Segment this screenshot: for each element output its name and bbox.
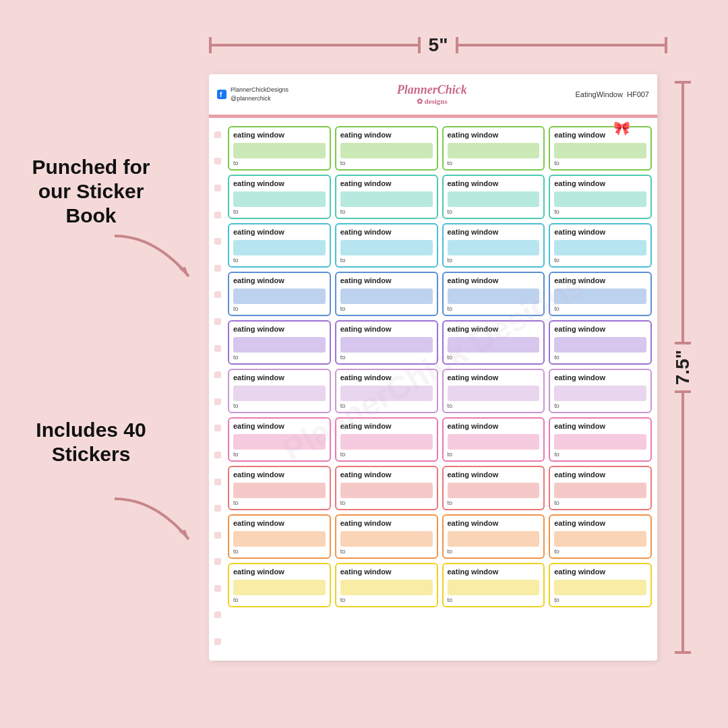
sticker-sub: to: [233, 402, 326, 409]
sticker-title: eating window: [233, 179, 326, 187]
sticker-sub: to: [340, 305, 433, 312]
sticker-fill-area: [340, 240, 433, 255]
sticker-title: eating window: [340, 373, 433, 382]
sticker-sub: to: [554, 402, 646, 409]
sticker-0-2: eating window to: [442, 126, 545, 171]
sticker-sub: to: [340, 354, 433, 361]
sticker-fill-area: [340, 531, 433, 547]
sticker-2-1: eating window to: [335, 223, 438, 268]
sticker-title: eating window: [448, 325, 540, 333]
punch-hole: [214, 425, 221, 431]
sticker-sub: to: [233, 597, 326, 603]
sticker-title: eating window: [233, 422, 326, 430]
sticker-title: eating window: [448, 179, 540, 187]
sticker-title: eating window: [233, 276, 326, 284]
sticker-sub: to: [448, 257, 540, 264]
punch-hole: [214, 158, 221, 164]
sticker-row-1: eating window to eating window to eating…: [228, 175, 652, 219]
sticker-7-1: eating window to: [335, 466, 438, 510]
sticker-fill-area: [340, 191, 433, 207]
sticker-6-2: eating window to: [442, 417, 545, 462]
sticker-9-0: eating window to: [228, 563, 331, 607]
punch-holes: [214, 116, 224, 661]
punch-hole: [214, 452, 221, 458]
sticker-4-3: eating window to: [549, 320, 652, 365]
sticker-sub: to: [233, 548, 326, 555]
sticker-1-0: eating window to: [228, 175, 331, 219]
sticker-sub: to: [554, 597, 646, 603]
sticker-title: eating window: [554, 422, 646, 430]
sticker-title: eating window: [554, 519, 646, 527]
sticker-row-9: eating window to eating window to eating…: [228, 563, 652, 607]
sticker-sub: to: [340, 597, 433, 603]
sticker-title: eating window: [233, 131, 326, 139]
sticker-sub: to: [554, 451, 646, 458]
sticker-8-3: eating window to: [549, 514, 652, 559]
sticker-sub: to: [340, 548, 433, 555]
sticker-fill-area: [340, 143, 433, 158]
sticker-sub: to: [448, 548, 540, 555]
sticker-row-5: eating window to eating window to eating…: [228, 369, 652, 413]
sticker-9-3: eating window to: [549, 563, 652, 607]
sticker-sub: to: [448, 208, 540, 215]
facebook-icon: f: [217, 90, 226, 99]
sticker-sub: to: [554, 499, 646, 506]
sticker-sub: to: [340, 402, 433, 409]
sticker-0-0: eating window to: [228, 126, 331, 171]
sticker-sub: to: [554, 160, 646, 166]
sticker-title: eating window: [554, 568, 646, 576]
sticker-5-3: eating window to: [549, 369, 652, 413]
sticker-7-3: eating window to: [549, 466, 652, 510]
sticker-grid: eating window to eating window to eating…: [209, 121, 657, 613]
sticker-title: eating window: [554, 276, 646, 284]
sticker-sub: to: [233, 451, 326, 458]
sticker-sub: to: [340, 208, 433, 215]
sticker-sub: to: [554, 354, 646, 361]
sticker-fill-area: [448, 434, 540, 450]
arrow-1: [101, 229, 209, 290]
sticker-sub: to: [340, 451, 433, 458]
sticker-fill-area: [233, 483, 326, 498]
sticker-sub: to: [448, 499, 540, 506]
sticker-sub: to: [233, 160, 326, 166]
sticker-title: eating window: [448, 422, 540, 430]
sticker-fill-area: [554, 531, 646, 547]
sheet-header: f PlannerChickDesigns @plannerchick Plan…: [209, 74, 657, 116]
sticker-fill-area: [554, 483, 646, 498]
sticker-title: eating window: [448, 568, 540, 576]
sticker-fill-area: [448, 289, 540, 304]
width-label: 5": [421, 32, 456, 59]
sticker-title: eating window: [448, 373, 540, 382]
sticker-title: eating window: [340, 325, 433, 333]
bow-decoration: 🎀: [613, 120, 630, 136]
sticker-title: eating window: [554, 228, 646, 236]
sticker-9-2: eating window to: [442, 563, 545, 607]
sticker-sub: to: [233, 305, 326, 312]
sticker-7-0: eating window to: [228, 466, 331, 510]
sticker-row-4: eating window to eating window to eating…: [228, 320, 652, 365]
sticker-title: eating window: [233, 373, 326, 382]
sticker-2-2: eating window to: [442, 223, 545, 268]
header-separator: [209, 116, 657, 118]
sticker-8-1: eating window to: [335, 514, 438, 559]
sticker-sub: to: [233, 257, 326, 264]
vertical-dimension: 7.5": [673, 81, 693, 654]
sticker-sub: to: [448, 354, 540, 361]
sticker-0-3: eating window to: [549, 126, 652, 171]
sticker-title: eating window: [554, 131, 646, 139]
sticker-fill-area: [340, 337, 433, 353]
sticker-sub: to: [554, 305, 646, 312]
sticker-row-8: eating window to eating window to eating…: [228, 514, 652, 559]
sticker-6-1: eating window to: [335, 417, 438, 462]
sticker-title: eating window: [448, 228, 540, 236]
sticker-title: eating window: [448, 276, 540, 284]
sticker-7-2: eating window to: [442, 466, 545, 510]
sticker-sub: to: [233, 208, 326, 215]
sticker-fill-area: [233, 289, 326, 304]
sticker-title: eating window: [233, 471, 326, 479]
sticker-5-2: eating window to: [442, 369, 545, 413]
horizontal-dimension: 5": [209, 35, 667, 55]
sticker-title: eating window: [233, 325, 326, 333]
sticker-row-2: eating window to eating window to eating…: [228, 223, 652, 268]
sticker-5-0: eating window to: [228, 369, 331, 413]
